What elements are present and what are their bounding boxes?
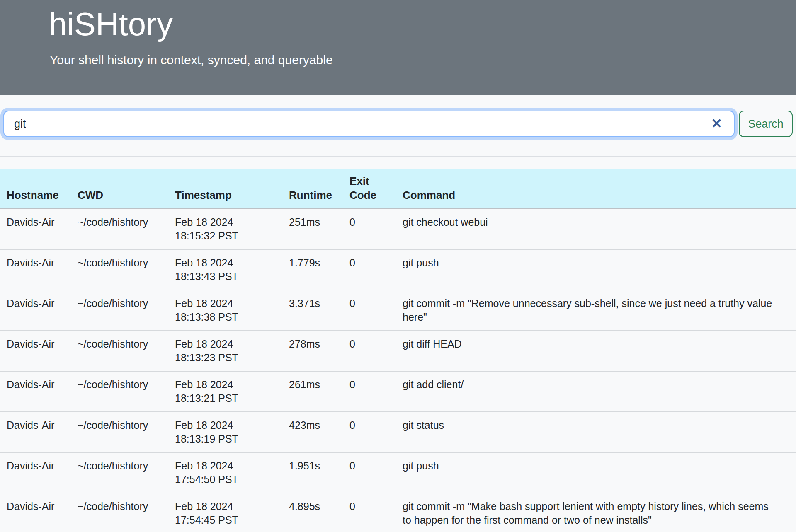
cell-exit_code: 0 (343, 452, 396, 493)
cell-runtime: 4.895s (282, 493, 343, 532)
history-row: Davids-Air~/code/hishtoryFeb 18 202418:1… (0, 331, 796, 371)
cell-hostname: Davids-Air (0, 290, 71, 331)
search-input-wrap: ✕ (3, 111, 735, 137)
search-input[interactable] (3, 111, 735, 137)
cell-hostname: Davids-Air (0, 209, 71, 249)
cell-hostname: Davids-Air (0, 412, 71, 452)
app-subtitle: Your shell history in context, synced, a… (50, 53, 796, 67)
cell-timestamp: Feb 18 202418:13:43 PST (168, 249, 282, 290)
cell-cwd: ~/code/hishtory (71, 412, 168, 452)
cell-runtime: 3.371s (282, 290, 343, 331)
cell-command: git status (396, 412, 796, 452)
cell-cwd: ~/code/hishtory (71, 331, 168, 371)
cell-timestamp: Feb 18 202417:54:50 PST (168, 452, 282, 493)
history-row: Davids-Air~/code/hishtoryFeb 18 202417:5… (0, 452, 796, 493)
cell-exit_code: 0 (343, 412, 396, 452)
search-section: ✕ Search (0, 95, 796, 137)
cell-hostname: Davids-Air (0, 331, 71, 371)
cell-cwd: ~/code/hishtory (71, 209, 168, 249)
cell-timestamp: Feb 18 202418:13:23 PST (168, 331, 282, 371)
table-header-row: HostnameCWDTimestampRuntimeExit CodeComm… (0, 169, 796, 209)
cell-command: git checkout webui (396, 209, 796, 249)
cell-runtime: 1.779s (282, 249, 343, 290)
cell-exit_code: 0 (343, 249, 396, 290)
cell-command: git add client/ (396, 371, 796, 412)
cell-timestamp: Feb 18 202418:13:19 PST (168, 412, 282, 452)
column-header-cwd: CWD (71, 169, 168, 209)
app-title: hiSHtory (49, 6, 796, 43)
table-header: HostnameCWDTimestampRuntimeExit CodeComm… (0, 169, 796, 209)
cell-timestamp: Feb 18 202418:13:21 PST (168, 371, 282, 412)
history-row: Davids-Air~/code/hishtoryFeb 18 202418:1… (0, 412, 796, 452)
cell-hostname: Davids-Air (0, 371, 71, 412)
history-row: Davids-Air~/code/hishtoryFeb 18 202418:1… (0, 371, 796, 412)
cell-runtime: 278ms (282, 331, 343, 371)
column-header-runtime: Runtime (282, 169, 343, 209)
search-button[interactable]: Search (739, 111, 793, 137)
cell-exit_code: 0 (343, 493, 396, 532)
cell-timestamp: Feb 18 202418:13:38 PST (168, 290, 282, 331)
cell-command: git push (396, 452, 796, 493)
cell-exit_code: 0 (343, 290, 396, 331)
cell-timestamp: Feb 18 202418:15:32 PST (168, 209, 282, 249)
clear-search-icon[interactable]: ✕ (711, 117, 722, 130)
cell-cwd: ~/code/hishtory (71, 493, 168, 532)
cell-command: git push (396, 249, 796, 290)
cell-cwd: ~/code/hishtory (71, 371, 168, 412)
cell-command: git diff HEAD (396, 331, 796, 371)
cell-exit_code: 0 (343, 371, 396, 412)
cell-runtime: 261ms (282, 371, 343, 412)
cell-exit_code: 0 (343, 209, 396, 249)
section-divider (0, 156, 796, 157)
cell-hostname: Davids-Air (0, 249, 71, 290)
history-row: Davids-Air~/code/hishtoryFeb 18 202418:1… (0, 290, 796, 331)
cell-timestamp: Feb 18 202417:54:45 PST (168, 493, 282, 532)
column-header-hostname: Hostname (0, 169, 71, 209)
cell-hostname: Davids-Air (0, 493, 71, 532)
history-row: Davids-Air~/code/hishtoryFeb 18 202417:5… (0, 493, 796, 532)
cell-exit_code: 0 (343, 331, 396, 371)
cell-hostname: Davids-Air (0, 452, 71, 493)
cell-cwd: ~/code/hishtory (71, 249, 168, 290)
cell-command: git commit -m "Remove unnecessary sub-sh… (396, 290, 796, 331)
cell-command: git commit -m "Make bash support lenient… (396, 493, 796, 532)
app-header: hiSHtory Your shell history in context, … (0, 0, 796, 95)
history-row: Davids-Air~/code/hishtoryFeb 18 202418:1… (0, 249, 796, 290)
column-header-command: Command (396, 169, 796, 209)
column-header-timestamp: Timestamp (168, 169, 282, 209)
history-row: Davids-Air~/code/hishtoryFeb 18 202418:1… (0, 209, 796, 249)
cell-runtime: 251ms (282, 209, 343, 249)
table-body: Davids-Air~/code/hishtoryFeb 18 202418:1… (0, 209, 796, 532)
cell-runtime: 1.951s (282, 452, 343, 493)
cell-cwd: ~/code/hishtory (71, 290, 168, 331)
cell-cwd: ~/code/hishtory (71, 452, 168, 493)
history-table: HostnameCWDTimestampRuntimeExit CodeComm… (0, 169, 796, 532)
column-header-exit_code: Exit Code (343, 169, 396, 209)
cell-runtime: 423ms (282, 412, 343, 452)
